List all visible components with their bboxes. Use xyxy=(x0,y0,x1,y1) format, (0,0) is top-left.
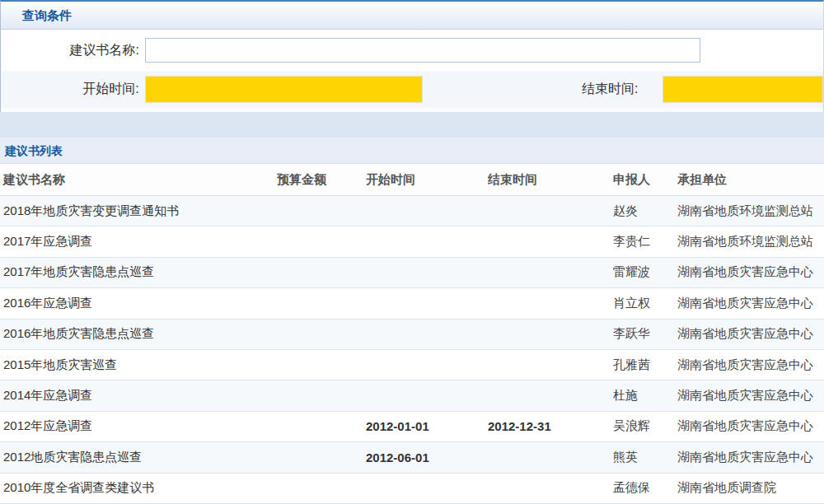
table-header-row: 建议书名称预算金额开始时间结束时间申报人承担单位 xyxy=(0,164,824,196)
cell-unit: 湖南省地质灾害应急中心 xyxy=(677,388,824,404)
cell-unit: 湖南省地质灾害应急中心 xyxy=(677,357,824,373)
proposal-name-input[interactable] xyxy=(145,38,700,63)
cell-applicant: 孔雅茜 xyxy=(613,357,677,373)
cell-unit: 湖南省地质灾害应急中心 xyxy=(677,450,824,465)
cell-applicant: 雷耀波 xyxy=(613,264,677,280)
column-header: 结束时间 xyxy=(488,172,613,188)
query-panel-title: 查询条件 xyxy=(1,2,823,30)
column-header: 承担单位 xyxy=(677,172,824,188)
proposal-name-row: 建议书名称: xyxy=(1,30,823,71)
proposal-name-label: 建议书名称: xyxy=(1,42,139,59)
cell-applicant: 杜施 xyxy=(613,388,677,404)
table-row[interactable]: 2012年应急调查2012-01-012012-12-31吴浪辉湖南省地质灾害应… xyxy=(0,412,824,442)
table-row[interactable]: 2017年地质灾害隐患点巡查雷耀波湖南省地质灾害应急中心 xyxy=(0,258,824,288)
time-range-row: 开始时间: 结束时间: xyxy=(1,71,823,108)
table-row[interactable]: 2014年应急调查杜施湖南省地质灾害应急中心 xyxy=(0,380,824,411)
cell-unit: 湖南省地质调查院 xyxy=(677,480,824,496)
table-row[interactable]: 2017年应急调查李贵仁湖南省地质环境监测总站 xyxy=(0,226,824,257)
end-time-label: 结束时间: xyxy=(423,81,638,98)
cell-name: 2010年度全省调查类建议书 xyxy=(0,480,277,496)
cell-start: 2012-01-01 xyxy=(366,419,488,433)
cell-name: 2012地质灾害隐患点巡查 xyxy=(0,450,277,465)
cell-name: 2018年地质灾害变更调查通知书 xyxy=(0,203,277,219)
list-panel-title: 建议书列表 xyxy=(0,138,824,164)
cell-name: 2017年地质灾害隐患点巡查 xyxy=(0,264,277,280)
cell-start: 2012-06-01 xyxy=(366,450,488,464)
table-row[interactable]: 2018年地质灾害变更调查通知书赵炎湖南省地质环境监测总站 xyxy=(0,196,824,226)
cell-name: 2014年应急调查 xyxy=(0,388,277,404)
proposal-table: 建议书名称预算金额开始时间结束时间申报人承担单位 2018年地质灾害变更调查通知… xyxy=(0,164,824,504)
table-row[interactable]: 2012地质灾害隐患点巡查2012-06-01熊英湖南省地质灾害应急中心 xyxy=(0,442,824,473)
table-body: 2018年地质灾害变更调查通知书赵炎湖南省地质环境监测总站2017年应急调查李贵… xyxy=(0,196,824,504)
cell-name: 2015年地质灾害巡查 xyxy=(0,357,277,373)
cell-applicant: 熊英 xyxy=(613,450,677,465)
cell-unit: 湖南省地质灾害应急中心 xyxy=(677,326,824,342)
cell-unit: 湖南省地质灾害应急中心 xyxy=(677,264,824,280)
cell-name: 2012年应急调查 xyxy=(0,418,277,434)
cell-unit: 湖南省地质环境监测总站 xyxy=(677,234,824,250)
column-header: 开始时间 xyxy=(366,172,488,188)
cell-applicant: 肖立权 xyxy=(613,296,677,311)
cell-applicant: 孟德保 xyxy=(613,480,677,496)
column-header: 申报人 xyxy=(613,172,677,188)
table-row[interactable]: 2016年应急调查肖立权湖南省地质灾害应急中心 xyxy=(0,288,824,319)
cell-applicant: 李贵仁 xyxy=(613,234,677,250)
cell-end: 2012-12-31 xyxy=(488,419,613,433)
cell-unit: 湖南省地质灾害应急中心 xyxy=(677,296,824,311)
cell-applicant: 吴浪辉 xyxy=(613,418,677,434)
start-time-label: 开始时间: xyxy=(1,81,139,98)
cell-name: 2017年应急调查 xyxy=(0,234,277,250)
table-row[interactable]: 2015年地质灾害巡查孔雅茜湖南省地质灾害应急中心 xyxy=(0,350,824,380)
cell-unit: 湖南省地质环境监测总站 xyxy=(677,203,824,219)
column-header: 预算金额 xyxy=(277,172,366,188)
cell-applicant: 李跃华 xyxy=(613,326,677,342)
start-time-input[interactable] xyxy=(145,76,423,103)
cell-unit: 湖南省地质灾害应急中心 xyxy=(677,418,824,434)
query-panel: 查询条件 建议书名称: 开始时间: 结束时间: xyxy=(0,0,824,112)
table-row[interactable]: 2016年地质灾害隐患点巡查李跃华湖南省地质灾害应急中心 xyxy=(0,320,824,350)
table-row[interactable]: 2010年度全省调查类建议书孟德保湖南省地质调查院 xyxy=(0,474,824,504)
cell-name: 2016年地质灾害隐患点巡查 xyxy=(0,326,277,342)
section-gap xyxy=(0,112,824,138)
end-time-input[interactable] xyxy=(662,76,823,103)
cell-name: 2016年应急调查 xyxy=(0,296,277,311)
column-header: 建议书名称 xyxy=(0,172,277,188)
cell-applicant: 赵炎 xyxy=(613,203,677,219)
